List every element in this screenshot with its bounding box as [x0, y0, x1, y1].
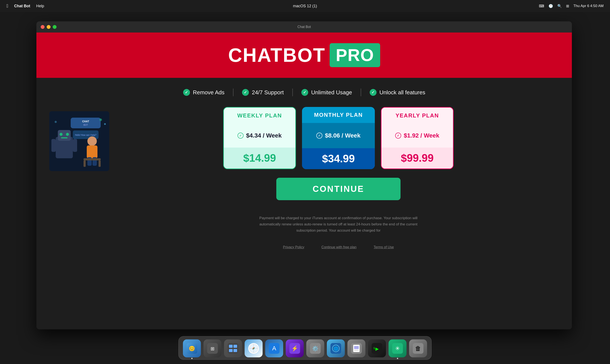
- weekly-price-per-week-label: $4.34 / Week: [246, 132, 282, 139]
- svg-text:$_: $_: [373, 347, 377, 350]
- menu-search-icon[interactable]: 🔍: [557, 4, 562, 8]
- privacy-policy-link[interactable]: Privacy Policy: [283, 245, 304, 249]
- svg-rect-27: [228, 343, 238, 354]
- window-controls: [41, 25, 56, 29]
- svg-rect-30: [229, 349, 233, 352]
- svg-text:⚡: ⚡: [291, 345, 298, 352]
- terms-link[interactable]: Terms of Use: [374, 245, 394, 249]
- yearly-price-per-week-label: $1.92 / Week: [404, 132, 439, 139]
- yearly-total-price: $99.99: [401, 152, 434, 164]
- dock-item-safari[interactable]: [245, 339, 263, 357]
- dock-item-launchpad[interactable]: ⊞: [204, 339, 222, 357]
- yearly-plan-footer: $99.99: [381, 148, 453, 169]
- yearly-plan-body: ✓ $1.92 / Week: [381, 124, 453, 148]
- dock-item-preview[interactable]: [347, 339, 365, 357]
- svg-point-13: [87, 136, 97, 146]
- feature-label-unlimited: Unlimited Usage: [311, 89, 352, 96]
- svg-text:Hello! How can I help?: Hello! How can I help?: [75, 134, 96, 136]
- yearly-check-icon: ✓: [395, 133, 401, 139]
- dock-item-reeder[interactable]: ⚡: [286, 339, 304, 357]
- svg-rect-11: [51, 139, 56, 152]
- free-plan-link[interactable]: Continue with free plan: [321, 245, 357, 249]
- plan-card-weekly[interactable]: WEEKLY PLAN ✓ $4.34 / Week $14.99: [223, 107, 296, 169]
- dock-item-trash[interactable]: 🗑: [409, 339, 427, 357]
- svg-rect-10: [61, 137, 68, 138]
- weekly-check-icon: ✓: [237, 133, 244, 139]
- svg-rect-14: [87, 145, 97, 158]
- footer-text: Payment will be charged to your iTunes a…: [253, 215, 424, 234]
- svg-text:⚙️: ⚙️: [312, 345, 319, 351]
- window-maximize-button[interactable]: [53, 25, 56, 29]
- menu-control-center[interactable]: ⊞: [566, 4, 569, 8]
- plans-container: WEEKLY PLAN ✓ $4.34 / Week $14.99: [118, 107, 559, 249]
- dock-item-app-store[interactable]: A: [265, 339, 283, 357]
- menu-clock-icon: 🕐: [549, 4, 553, 8]
- dock-item-netnewswire[interactable]: 🌐: [327, 339, 345, 357]
- svg-rect-7: [58, 130, 71, 141]
- window-title-label: Chat Bot: [297, 25, 311, 29]
- svg-text:😊: 😊: [189, 345, 195, 351]
- dock-item-finder[interactable]: 😊: [183, 339, 201, 357]
- apple-menu[interactable]: : [6, 3, 8, 9]
- monthly-plan-footer: $34.99: [302, 148, 375, 169]
- footer-links: Privacy Policy Continue with free plan T…: [118, 245, 559, 249]
- svg-text:CHAT: CHAT: [82, 120, 89, 123]
- dock-item-terminal[interactable]: ▶ $_: [368, 339, 386, 357]
- pro-badge: PRO: [330, 43, 380, 67]
- continue-button[interactable]: CONTINUE: [276, 178, 401, 200]
- weekly-plan-body: ✓ $4.34 / Week: [224, 124, 295, 148]
- window-minimize-button[interactable]: [47, 25, 51, 29]
- features-row: Remove Ads 24/7 Support Unlimited Usage …: [49, 89, 559, 96]
- svg-rect-1: [71, 118, 101, 128]
- feature-unlock: Unlock all features: [361, 89, 434, 96]
- svg-point-9: [66, 133, 69, 136]
- dock-item-mission-control[interactable]: [224, 339, 242, 357]
- app-window: Chat Bot CHATBOT PRO Remove Ads 24/7 Sup: [36, 21, 572, 329]
- svg-rect-28: [229, 345, 233, 348]
- svg-point-22: [55, 121, 57, 123]
- monthly-plan-header: MONTHLY PLAN: [302, 107, 375, 123]
- feature-label-remove-ads: Remove Ads: [193, 89, 224, 96]
- feature-remove-ads: Remove Ads: [175, 89, 233, 96]
- main-content: Remove Ads 24/7 Support Unlimited Usage …: [36, 78, 572, 329]
- svg-rect-49: [354, 346, 359, 349]
- feature-label-unlock: Unlock all features: [380, 89, 425, 96]
- weekly-price-per-week: ✓ $4.34 / Week: [237, 132, 282, 139]
- menubar:  Chat Bot Help macOS 12 (1) ⌨ 🕐 🔍 ⊞ Thu…: [0, 0, 610, 12]
- svg-rect-17: [83, 158, 101, 160]
- chatbot-dot: [397, 358, 398, 359]
- feature-support: 24/7 Support: [234, 89, 292, 96]
- svg-text:✳: ✳: [395, 345, 400, 351]
- svg-text:⊞: ⊞: [210, 346, 214, 351]
- menu-screen-icon: ⌨: [539, 4, 544, 8]
- svg-rect-19: [98, 160, 101, 167]
- svg-text:🗑: 🗑: [415, 345, 421, 352]
- monthly-price-per-week: ✓ $8.06 / Week: [316, 132, 360, 139]
- app-content: CHATBOT PRO Remove Ads 24/7 Support: [36, 33, 572, 329]
- menu-app-name[interactable]: Chat Bot: [14, 4, 30, 8]
- hero-header: CHATBOT PRO: [36, 33, 572, 78]
- check-icon-unlimited: [301, 89, 308, 96]
- window-close-button[interactable]: [41, 25, 44, 29]
- yearly-plan-header: YEARLY PLAN: [381, 108, 453, 124]
- weekly-plan-footer: $14.99: [224, 148, 295, 169]
- plan-card-yearly[interactable]: YEARLY PLAN ✓ $1.92 / Week $99.99: [381, 107, 454, 169]
- plans-cards: WEEKLY PLAN ✓ $4.34 / Week $14.99: [118, 107, 559, 169]
- svg-text:BOT: BOT: [83, 124, 88, 126]
- robot-illustration: CHAT BOT Hello! How can I help?: [49, 111, 109, 171]
- svg-text:🌐: 🌐: [333, 346, 338, 351]
- svg-rect-18: [83, 160, 86, 167]
- plan-card-monthly[interactable]: MONTHLY PLAN ✓ $8.06 / Week $34.99: [302, 107, 375, 169]
- yearly-plan-title: YEARLY PLAN: [396, 112, 439, 119]
- dock-item-system-preferences[interactable]: ⚙️: [306, 339, 324, 357]
- yearly-price-per-week: ✓ $1.92 / Week: [395, 132, 439, 139]
- menu-help[interactable]: Help: [36, 4, 44, 8]
- window-titlebar: Chat Bot: [36, 21, 572, 33]
- svg-rect-12: [73, 139, 77, 152]
- weekly-plan-header: WEEKLY PLAN: [224, 108, 295, 124]
- svg-text:A: A: [272, 345, 276, 351]
- app-title-text: CHATBOT: [228, 44, 325, 66]
- finder-dot: [191, 358, 193, 359]
- check-icon-unlock: [370, 89, 376, 96]
- dock-item-chatbot[interactable]: ✳: [388, 339, 406, 357]
